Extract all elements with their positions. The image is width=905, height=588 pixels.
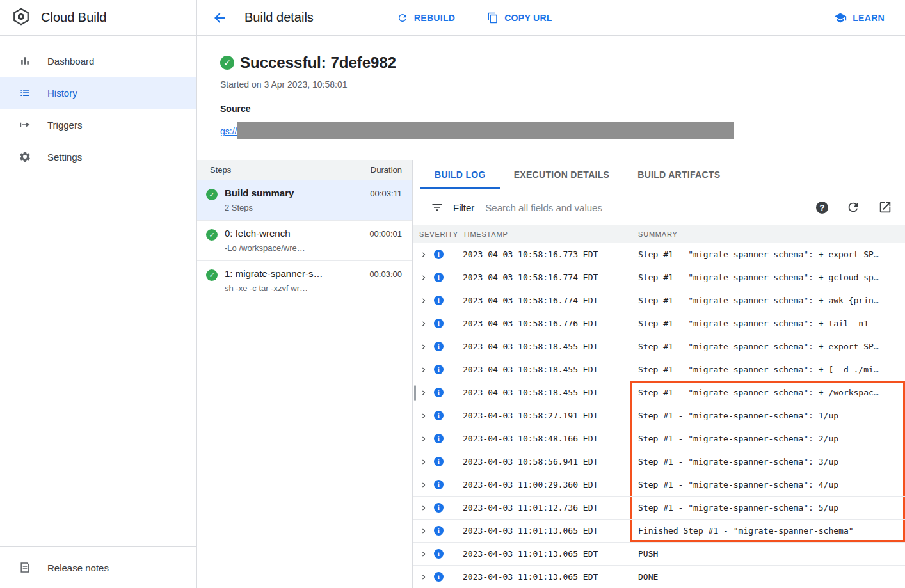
expand-chevron-icon[interactable] (419, 481, 428, 489)
open-in-new-button[interactable] (878, 200, 892, 214)
expand-chevron-icon[interactable] (419, 319, 428, 328)
log-row[interactable]: i 2023-04-03 11:01:12.736 EDT Step #1 - … (413, 497, 905, 520)
expand-chevron-icon[interactable] (419, 550, 428, 559)
expand-chevron-icon[interactable] (419, 527, 428, 536)
log-row[interactable]: i 2023-04-03 10:58:16.773 EDT Step #1 - … (413, 243, 905, 266)
log-timestamp: 2023-04-03 10:58:16.773 EDT (456, 243, 630, 266)
log-summary: Step #1 - "migrate-spanner-schema": + ex… (630, 243, 905, 266)
info-icon: i (434, 319, 444, 328)
expand-chevron-icon[interactable] (419, 411, 428, 420)
sidebar-nav: Dashboard History Triggers Settings (0, 36, 196, 173)
info-icon: i (434, 342, 444, 351)
info-icon: i (434, 250, 444, 259)
column-timestamp: TIMESTAMP (456, 230, 630, 238)
log-timestamp: 2023-04-03 11:00:29.360 EDT (456, 473, 630, 496)
log-summary: Step #1 - "migrate-spanner-schema": + aw… (630, 289, 905, 312)
log-row[interactable]: i 2023-04-03 10:58:27.191 EDT Step #1 - … (413, 404, 905, 427)
expand-chevron-icon[interactable] (419, 573, 428, 582)
sidebar-item-label: Triggers (47, 120, 82, 131)
log-row[interactable]: i 2023-04-03 11:01:13.065 EDT Finished S… (413, 520, 905, 543)
sidebar-item-label: Release notes (47, 562, 109, 573)
filter-label[interactable]: Filter (453, 202, 474, 213)
log-timestamp: 2023-04-03 10:58:16.776 EDT (456, 312, 630, 335)
step-subtitle: sh -xe -c tar -xzvf wr… (225, 283, 362, 293)
sidebar-footer: Release notes (0, 546, 196, 588)
expand-chevron-icon[interactable] (419, 504, 428, 513)
log-row[interactable]: i 2023-04-03 10:58:18.455 EDT Step #1 - … (413, 381, 905, 404)
log-summary: Step #1 - "migrate-spanner-schema": 5/up (630, 497, 905, 519)
step-row-build-summary[interactable]: ✓ Build summary 2 Steps 00:03:11 (197, 180, 412, 221)
copy-url-button[interactable]: COPY URL (481, 7, 559, 29)
log-row[interactable]: i 2023-04-03 10:58:56.941 EDT Step #1 - … (413, 450, 905, 473)
log-timestamp: 2023-04-03 10:58:16.774 EDT (456, 266, 630, 289)
log-panel: BUILD LOG EXECUTION DETAILS BUILD ARTIFA… (413, 160, 905, 588)
log-row[interactable]: i 2023-04-03 10:58:18.455 EDT Step #1 - … (413, 358, 905, 381)
info-icon: i (434, 365, 444, 374)
log-row[interactable]: i 2023-04-03 11:01:13.065 EDT DONE (413, 566, 905, 588)
log-timestamp: 2023-04-03 11:01:13.065 EDT (456, 520, 630, 542)
sidebar-item-history[interactable]: History (0, 77, 196, 109)
tab-build-artifacts[interactable]: BUILD ARTIFACTS (623, 160, 734, 189)
build-started-timestamp: Started on 3 Apr 2023, 10:58:01 (220, 79, 905, 90)
info-icon: i (434, 434, 444, 443)
refresh-icon (397, 12, 408, 24)
log-severity-cell: i (413, 404, 456, 427)
learn-button[interactable]: LEARN (828, 6, 891, 29)
learn-icon (834, 12, 847, 24)
expand-chevron-icon[interactable] (419, 273, 428, 282)
tab-execution-details[interactable]: EXECUTION DETAILS (500, 160, 624, 189)
log-summary: Step #1 - "migrate-spanner-schema": 1/up (630, 404, 905, 427)
log-summary: Step #1 - "migrate-spanner-schema": 4/up (630, 473, 905, 496)
source-row: gs:// (220, 122, 905, 139)
expand-chevron-icon[interactable] (419, 434, 428, 443)
log-row[interactable]: i 2023-04-03 10:58:16.776 EDT Step #1 - … (413, 312, 905, 335)
expand-chevron-icon[interactable] (419, 296, 428, 305)
step-success-check-icon: ✓ (206, 269, 218, 281)
filter-icon (431, 201, 444, 214)
build-status-title: Successful: 7defe982 (240, 54, 396, 72)
log-summary: Step #1 - "migrate-spanner-schema": + ta… (630, 312, 905, 335)
step-row-migrate-spanner[interactable]: ✓ 1: migrate-spanner-s… sh -xe -c tar -x… (197, 261, 412, 301)
info-icon: i (434, 503, 444, 513)
log-timestamp: 2023-04-03 11:01:13.065 EDT (456, 566, 630, 588)
rebuild-button[interactable]: REBUILD (390, 7, 461, 29)
log-severity-cell: i (413, 566, 456, 588)
step-title: Build summary (225, 187, 363, 198)
expand-chevron-icon[interactable] (419, 342, 428, 351)
log-severity-cell: i (413, 450, 456, 473)
step-row-fetch-wrench[interactable]: ✓ 0: fetch-wrench -Lo /workspace/wre… 00… (197, 221, 412, 261)
log-row[interactable]: i 2023-04-03 10:58:16.774 EDT Step #1 - … (413, 289, 905, 312)
log-timestamp: 2023-04-03 10:58:27.191 EDT (456, 404, 630, 427)
back-arrow-icon[interactable] (211, 10, 228, 26)
help-button[interactable]: ? (816, 202, 828, 214)
source-link[interactable]: gs:// (220, 126, 237, 136)
sidebar-item-dashboard[interactable]: Dashboard (0, 45, 196, 77)
log-summary: Step #1 - "migrate-spanner-schema": + [ … (630, 358, 905, 381)
release-notes-icon (18, 560, 32, 575)
sidebar-item-triggers[interactable]: Triggers (0, 109, 196, 141)
expand-chevron-icon[interactable] (419, 250, 428, 259)
log-row[interactable]: i 2023-04-03 10:58:16.774 EDT Step #1 - … (413, 266, 905, 289)
log-severity-cell: i (413, 381, 456, 404)
log-row[interactable]: i 2023-04-03 11:00:29.360 EDT Step #1 - … (413, 473, 905, 497)
info-icon: i (434, 388, 444, 397)
settings-icon (18, 150, 32, 164)
log-timestamp: 2023-04-03 10:58:16.774 EDT (456, 289, 630, 312)
sidebar-item-settings[interactable]: Settings (0, 141, 196, 173)
info-icon: i (434, 526, 444, 536)
expand-chevron-icon[interactable] (419, 457, 428, 466)
log-severity-cell: i (413, 289, 456, 312)
filter-search-input[interactable] (484, 202, 801, 214)
refresh-logs-button[interactable] (846, 200, 860, 214)
expand-chevron-icon[interactable] (419, 388, 428, 397)
tab-build-log[interactable]: BUILD LOG (420, 160, 500, 189)
log-row[interactable]: i 2023-04-03 10:58:48.166 EDT Step #1 - … (413, 427, 905, 450)
column-summary: SUMMARY (630, 230, 905, 238)
tab-bar: BUILD LOG EXECUTION DETAILS BUILD ARTIFA… (413, 160, 905, 189)
copy-icon (487, 12, 499, 24)
log-row[interactable]: i 2023-04-03 10:58:18.455 EDT Step #1 - … (413, 335, 905, 358)
log-row[interactable]: i 2023-04-03 11:01:13.065 EDT PUSH (413, 543, 905, 566)
expand-chevron-icon[interactable] (419, 365, 428, 374)
sidebar-item-release-notes[interactable]: Release notes (0, 547, 196, 588)
page-header: Build details REBUILD COPY URL LEARN (197, 0, 905, 36)
